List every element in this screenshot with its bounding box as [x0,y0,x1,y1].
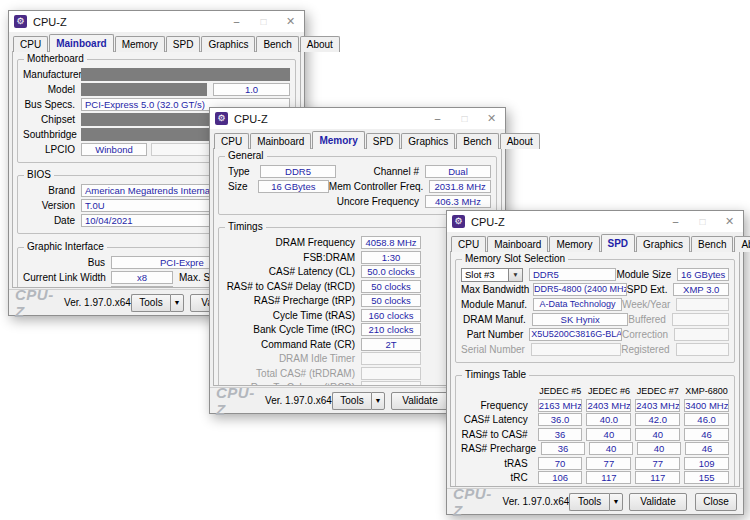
close-icon[interactable]: ✕ [478,108,505,129]
row-label: Frequency [461,400,534,411]
cell-value: 2403 MHz [635,399,680,412]
timing-label: CAS# Latency (CL) [224,266,361,277]
tab-bench[interactable]: Bench [691,236,733,252]
row-label: tRAS [461,458,534,469]
minimize-icon[interactable]: – [223,11,250,32]
validate-button[interactable]: Validate [391,392,449,410]
cell-empty [589,486,633,488]
part-number-value: X5U5200C3816G-BLA [529,328,622,341]
mem-controller-freq-label: Mem Controller Freq. [329,181,429,192]
tools-button[interactable]: Tools [131,294,170,312]
tab-spd[interactable]: SPD [166,36,201,52]
model-label: Model [23,84,81,95]
mem-type-label: Type [224,166,260,177]
part-number-label: Part Number [461,329,529,340]
minimize-icon[interactable]: – [424,108,451,129]
timing-value-empty [361,367,421,380]
timing-label: Command Rate (CR) [224,339,361,350]
tab-about[interactable]: About [300,36,340,52]
tab-mainboard[interactable]: Mainboard [250,133,311,149]
tab-graphics[interactable]: Graphics [201,36,255,52]
tab-bench[interactable]: Bench [456,133,498,149]
gi-bus-label: Bus [23,257,111,268]
tab-about[interactable]: About [734,236,750,252]
titlebar[interactable]: ⚙ CPU-Z – □ ✕ [9,11,304,32]
tab-cpu[interactable]: CPU [214,133,249,149]
row-label: tRC [461,472,534,483]
tab-spd[interactable]: SPD [366,133,401,149]
tab-mainboard[interactable]: Mainboard [49,34,114,52]
tab-memory[interactable]: Memory [115,36,165,52]
mem-controller-freq-value: 2031.8 MHz [429,180,491,193]
validate-button[interactable]: Validate [629,493,687,511]
close-button[interactable]: Close [695,493,737,511]
timing-label: Bank Cycle Time (tRC) [224,324,361,335]
manufacturer-redacted-bar [81,68,290,81]
tab-graphics[interactable]: Graphics [401,133,455,149]
tab-spd[interactable]: SPD [601,234,636,252]
timing-value-empty [361,381,421,386]
tab-mainboard[interactable]: Mainboard [487,236,548,252]
buffered-label: Buffered [628,314,672,325]
slot-select[interactable]: Slot #3▼ [461,268,523,282]
timings-table-group: Timings Table JEDEC #5JEDEC #6JEDEC #7XM… [455,375,735,487]
row-label: RAS# Precharge [461,443,537,454]
uncore-frequency-value: 406.3 MHz [425,195,491,208]
chevron-down-icon[interactable]: ▼ [509,268,523,282]
bios-group-label: BIOS [24,169,54,180]
timing-label: RAS# to CAS# Delay (tRCD) [224,281,361,292]
tools-dropdown-icon[interactable]: ▼ [371,392,385,410]
tab-cpu[interactable]: CPU [13,36,48,52]
tab-memory[interactable]: Memory [312,131,364,149]
version-text: Ver. 1.97.0.x64 [64,297,131,308]
tab-graphics[interactable]: Graphics [636,236,690,252]
mem-size-value: 16 GBytes [258,180,329,193]
window-title: CPU-Z [471,216,662,228]
registered-label: Registered [621,344,675,355]
cell-value: 117 [586,471,631,484]
minimize-icon[interactable]: – [662,211,689,232]
tab-about[interactable]: About [500,133,540,149]
tab-bench[interactable]: Bench [256,36,298,52]
tools-button[interactable]: Tools [569,493,609,511]
gi-link-speed-value: 2.5 GT/s [111,286,173,288]
cell-value: 42.0 [635,413,680,426]
cell-value: 40 [589,442,633,455]
module-size-value: 16 GBytes [677,268,729,281]
tab-cpu[interactable]: CPU [451,236,486,252]
maximize-icon[interactable]: □ [689,211,716,232]
timings-group-label: Timings [225,221,266,232]
channel-value: Dual [425,165,491,178]
dram-manuf-label: DRAM Manuf. [461,314,532,325]
footer-bar: CPU-Z Ver. 1.97.0.x64 Tools ▼ Validate C… [447,488,743,514]
cell-value: 77 [586,457,631,470]
max-bandwidth-label: Max Bandwidth [461,284,533,295]
channel-label: Channel # [336,166,425,177]
timing-value: 1:30 [361,251,421,264]
correction-label: Correction [622,329,674,340]
gi-link-width-label: Current Link Width [23,272,111,283]
close-icon[interactable]: ✕ [716,211,743,232]
titlebar[interactable]: ⚙ CPU-Z – □ ✕ [447,211,743,232]
cell-value: 77 [635,457,680,470]
tools-dropdown-icon[interactable]: ▼ [609,493,623,511]
uncore-frequency-label: Uncore Frequency [336,196,425,207]
maximize-icon[interactable]: □ [250,11,277,32]
column-header: JEDEC #7 [635,386,680,396]
cell-value: 46 [684,428,729,441]
motherboard-group-label: Motherboard [24,53,87,64]
timing-value: 4058.8 MHz [361,236,421,249]
tab-memory[interactable]: Memory [549,236,599,252]
mem-size-label: Size [224,181,258,192]
cpuz-app-icon: ⚙ [14,15,27,28]
lpcio-label: LPCIO [23,144,81,155]
cell-empty [685,486,729,488]
maximize-icon[interactable]: □ [451,108,478,129]
tools-dropdown-icon[interactable]: ▼ [170,294,184,312]
cell-value: 2163 MHz [538,399,583,412]
close-icon[interactable]: ✕ [277,11,304,32]
bus-specs-label: Bus Specs. [23,99,81,110]
tools-button[interactable]: Tools [332,392,371,410]
titlebar[interactable]: ⚙ CPU-Z – □ ✕ [210,108,505,129]
row-label: RAS# to CAS# [461,429,534,440]
